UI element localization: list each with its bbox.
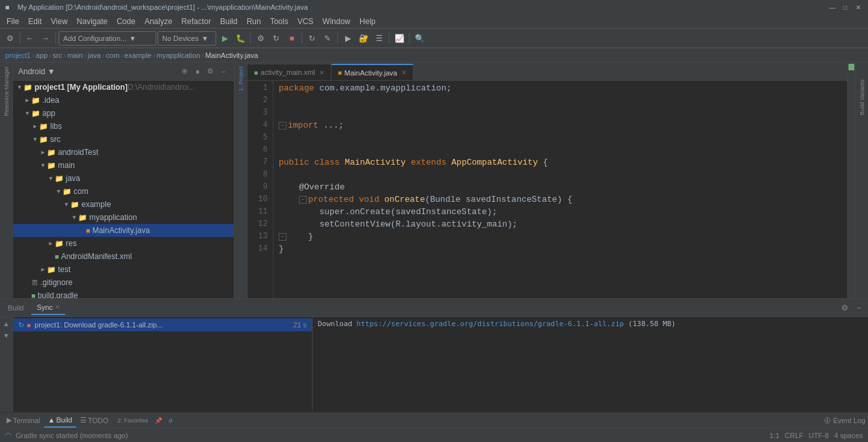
tree-node-com[interactable]: ▼ 📁 com [13,185,234,198]
tree-node-build-gradle[interactable]: ■ build.gradle [13,289,234,298]
avd-button[interactable]: ▶ [341,31,355,46]
toolbar-redo-icon[interactable]: → [38,31,53,46]
profiler-button[interactable]: 📈 [392,31,406,46]
menu-window[interactable]: Window [318,16,354,27]
tree-node-gitignore[interactable]: 🖹 .gitignore [13,276,234,289]
tree-arrow-libs[interactable]: ► [31,123,39,130]
tree-node-res[interactable]: ► 📁 res [13,237,234,250]
scope-icon[interactable]: ☌ [166,417,175,424]
tree-node-androidtest[interactable]: ► 📁 androidTest [13,146,234,159]
menu-vcs[interactable]: VCS [294,16,318,27]
breadcrumb-project[interactable]: project1 [5,51,31,59]
tree-node-project1[interactable]: ▼ 📁 project1 [My Application] D:\Android… [13,81,234,94]
menu-navigate[interactable]: Navigate [73,16,111,27]
debug-button[interactable]: 🐛 [233,31,247,46]
event-log-tab[interactable]: 🛈 Event Log [824,417,865,424]
tree-node-libs[interactable]: ► 📁 libs [13,120,234,133]
menu-file[interactable]: File [3,16,23,27]
device-dropdown[interactable]: No Devices ▼ [158,31,216,46]
tree-node-java[interactable]: ▼ 📁 java [13,172,234,185]
breadcrumb-app[interactable]: app [36,51,48,59]
build-button[interactable]: ⚙ [253,31,268,46]
bottom-tab-sync-close[interactable]: ✕ [55,303,60,311]
sync-button[interactable]: ↻ [305,31,319,46]
panel-minimize-icon[interactable]: − [218,66,229,77]
favorites-label[interactable]: 2: Favorites [115,417,151,424]
search-everywhere-button[interactable]: 🔍 [412,31,427,46]
todo-tab[interactable]: ☰ TODO [76,413,113,428]
tree-arrow-main[interactable]: ▼ [39,162,47,169]
breadcrumb-com[interactable]: com [106,51,120,59]
profile-button[interactable]: ✎ [320,31,335,46]
tab-mainactivity[interactable]: ■ MainActivity.java ✕ [331,64,413,80]
android-dropdown[interactable]: Android ▼ [18,67,55,76]
config-dropdown[interactable]: Add Configuration... ▼ [59,31,156,46]
bottom-strip-scroll[interactable]: ▲ [3,320,10,327]
status-lineending[interactable]: CRLF [785,432,804,439]
menu-help[interactable]: Help [356,16,380,27]
tree-node-main[interactable]: ▼ 📁 main [13,159,234,172]
status-encoding[interactable]: UTF-8 [809,432,829,439]
tree-arrow-com[interactable]: ▼ [55,188,63,195]
breadcrumb-example[interactable]: example [124,51,152,59]
tree-arrow-test[interactable]: ► [39,266,47,273]
tree-arrow-example[interactable]: ▼ [63,201,70,208]
menu-build[interactable]: Build [216,16,242,27]
tree-arrow-myapplication[interactable]: ▼ [70,214,78,221]
bottom-strip-scroll2[interactable]: ▼ [3,331,10,339]
status-indent[interactable]: 4 spaces [834,432,863,439]
tree-arrow-res[interactable]: ► [47,240,55,247]
tab-activity-main[interactable]: ■ activity_main.xml ✕ [247,64,331,80]
tree-node-example[interactable]: ▼ 📁 example [13,198,234,211]
tab-close-mainactivity[interactable]: ✕ [401,69,406,76]
tree-node-src[interactable]: ▼ 📁 src [13,133,234,146]
bottom-tab-sync[interactable]: Sync ✕ [31,301,64,315]
terminal-tab[interactable]: ▶ Terminal [3,413,44,428]
run-button[interactable]: ▶ [217,31,232,46]
bottom-tab-build[interactable]: Build [3,301,29,315]
tree-node-androidmanifest[interactable]: ■ AndroidManifest.xml [13,250,234,263]
fold-btn-import[interactable]: - [279,122,287,130]
tree-arrow-java[interactable]: ▼ [47,175,55,182]
resource-manager-tab[interactable]: Resource Manager [3,62,10,120]
bottom-settings-icon[interactable]: ⚙ [838,301,851,314]
fold-btn-oncreate[interactable]: - [299,196,307,204]
bottom-minimize-icon[interactable]: − [852,301,865,314]
build-output-link[interactable]: https://services.gradle.org/distribution… [357,320,624,328]
toolbar-settings-icon[interactable]: ⚙ [3,31,17,46]
layout-inspector-button[interactable]: ☰ [372,31,386,46]
menu-refactor[interactable]: Refactor [178,16,215,27]
build-task-item[interactable]: ↻ ■ project1: Download gradle-6.1.1-all.… [13,318,312,331]
project-side-label[interactable]: 1: Project [238,62,244,95]
breadcrumb-src[interactable]: src [53,51,63,59]
tree-arrow-project1[interactable]: ▼ [16,84,23,90]
minimize-button[interactable]: — [828,3,837,12]
breadcrumb-myapplication[interactable]: myapplication [156,51,200,59]
pin-icon[interactable]: 📌 [152,417,165,424]
tree-arrow-app[interactable]: ▼ [23,110,31,117]
build-variants-label[interactable]: Build Variants [859,76,865,119]
tree-node-app[interactable]: ▼ 📁 app [13,107,234,120]
toolbar-undo-icon[interactable]: ← [23,31,37,46]
build-bottom-tab[interactable]: ▲ Build [44,413,76,428]
panel-settings-icon[interactable]: ⚙ [205,66,216,77]
rebuild-button[interactable]: ↻ [269,31,283,46]
breadcrumb-mainactivity[interactable]: MainActivity.java [205,51,258,59]
menu-code[interactable]: Code [113,16,139,27]
menu-analyze[interactable]: Analyze [141,16,176,27]
menu-tools[interactable]: Tools [266,16,292,27]
tree-arrow-androidtest[interactable]: ► [39,149,47,156]
panel-locate-icon[interactable]: ⊕ [179,66,189,77]
tab-close-activity-main[interactable]: ✕ [319,69,324,76]
breadcrumb-main[interactable]: main [67,51,83,59]
tree-node-idea[interactable]: ► 📁 .idea [13,94,234,107]
restore-button[interactable]: □ [841,3,850,12]
breadcrumb-java[interactable]: java [88,51,101,59]
tree-node-myapplication[interactable]: ▼ 📁 myapplication [13,211,234,224]
code-content[interactable]: package com.example.myapplication; -impo… [273,81,847,298]
fold-btn-close13[interactable]: - [279,233,287,241]
stop-button[interactable]: ■ [285,31,299,46]
status-position[interactable]: 1:1 [770,432,779,439]
panel-collapse-icon[interactable]: ∎ [192,66,203,77]
menu-run[interactable]: Run [243,16,265,27]
